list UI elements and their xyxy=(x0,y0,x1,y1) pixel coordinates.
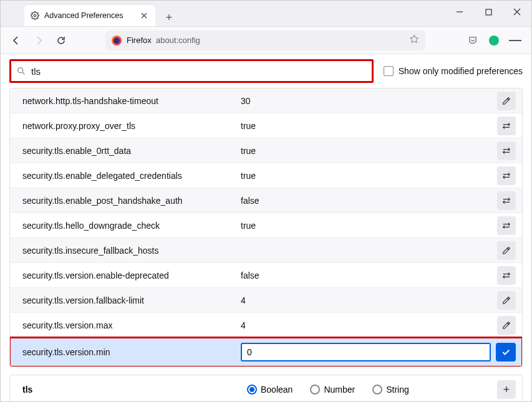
green-circle-icon xyxy=(489,36,499,45)
navigation-toolbar: Firefox about:config xyxy=(1,27,531,54)
pref-row: security.tls.version.min xyxy=(10,338,522,366)
new-preference-row: tls BooleanNumberString + xyxy=(9,375,523,401)
toggle-button[interactable] xyxy=(497,166,516,185)
pref-name: security.tls.enable_post_handshake_auth xyxy=(22,196,241,206)
pref-name: security.tls.enable_0rtt_data xyxy=(22,146,241,156)
pref-name: security.tls.version.fallback-limit xyxy=(22,295,241,305)
pref-row: network.proxy.proxy_over_tlstrue xyxy=(10,113,522,138)
tab-close-button[interactable] xyxy=(139,11,149,21)
maximize-button[interactable] xyxy=(478,3,499,21)
browser-tab[interactable]: Advanced Preferences xyxy=(24,5,155,26)
svg-rect-1 xyxy=(486,9,491,15)
pref-value: 4 xyxy=(241,320,486,330)
pref-value: 30 xyxy=(241,96,486,106)
content-scroll[interactable]: Show only modified preferences network.h… xyxy=(1,54,531,401)
pref-value: true xyxy=(241,171,486,181)
window-controls xyxy=(449,3,528,21)
search-box xyxy=(9,59,374,83)
preferences-table: network.http.tls-handshake-timeout30netw… xyxy=(9,88,523,367)
url-path: about:config xyxy=(156,36,200,45)
gear-icon xyxy=(31,11,39,20)
toggle-button[interactable] xyxy=(497,141,516,160)
pocket-icon xyxy=(468,36,478,45)
url-brand: Firefox xyxy=(127,36,152,45)
pref-value: true xyxy=(241,221,486,231)
close-window-button[interactable] xyxy=(506,3,528,21)
radio-label: String xyxy=(386,385,409,395)
add-preference-button[interactable]: + xyxy=(497,380,516,399)
checkbox-icon xyxy=(384,66,394,76)
firefox-logo-icon xyxy=(112,36,122,45)
show-modified-checkbox[interactable]: Show only modified preferences xyxy=(384,66,523,76)
edit-button[interactable] xyxy=(497,92,516,110)
arrow-left-icon xyxy=(11,36,21,45)
edit-button[interactable] xyxy=(497,316,516,335)
app-menu-button[interactable] xyxy=(509,34,521,47)
back-button[interactable] xyxy=(7,31,26,50)
type-radio-boolean[interactable]: Boolean xyxy=(247,385,293,395)
star-icon xyxy=(409,34,419,44)
radio-label: Number xyxy=(324,385,355,395)
edit-button[interactable] xyxy=(497,241,516,260)
type-radio-number[interactable]: Number xyxy=(310,385,355,395)
pref-row: security.tls.version.fallback-limit4 xyxy=(10,288,522,313)
pref-value: true xyxy=(241,121,486,131)
reload-button[interactable] xyxy=(52,31,70,50)
type-radio-string[interactable]: String xyxy=(372,385,409,395)
close-icon xyxy=(141,12,147,19)
search-icon xyxy=(16,66,26,76)
pref-row: security.tls.hello_downgrade_checktrue xyxy=(10,213,522,238)
extension-button[interactable] xyxy=(488,34,500,47)
radio-label: Boolean xyxy=(261,385,293,395)
pref-row: security.tls.enable_0rtt_datatrue xyxy=(10,138,522,163)
minimize-button[interactable] xyxy=(449,3,470,21)
pref-value: 4 xyxy=(241,295,486,305)
tab-title: Advanced Preferences xyxy=(44,11,139,20)
pref-name: security.tls.enable_delegated_credential… xyxy=(22,171,241,181)
new-pref-name: tls xyxy=(22,385,241,395)
pref-value: false xyxy=(241,196,486,206)
url-text: Firefox about:config xyxy=(127,36,200,45)
pref-row: security.tls.version.max4 xyxy=(10,313,522,338)
close-icon xyxy=(513,8,521,16)
pref-row: security.tls.enable_post_handshake_authf… xyxy=(10,188,522,213)
svg-point-2 xyxy=(18,68,23,73)
pref-row: security.tls.insecure_fallback_hosts xyxy=(10,238,522,263)
pref-value-input[interactable] xyxy=(241,343,491,361)
bookmark-star-button[interactable] xyxy=(409,34,419,46)
search-input[interactable] xyxy=(31,66,367,77)
toggle-button[interactable] xyxy=(497,216,516,235)
radio-icon xyxy=(247,385,257,395)
minimize-icon xyxy=(456,8,463,16)
pref-value: true xyxy=(241,146,486,156)
toggle-button[interactable] xyxy=(497,266,516,285)
radio-icon xyxy=(372,385,382,395)
title-bar: Advanced Preferences + xyxy=(1,1,531,27)
edit-button[interactable] xyxy=(497,291,516,310)
url-bar[interactable]: Firefox about:config xyxy=(105,31,425,50)
arrow-right-icon xyxy=(34,36,44,45)
pref-value: false xyxy=(241,270,486,280)
pref-name: network.proxy.proxy_over_tls xyxy=(22,121,241,131)
pref-row: security.tls.enable_delegated_credential… xyxy=(10,163,522,188)
forward-button[interactable] xyxy=(29,31,48,50)
toggle-button[interactable] xyxy=(497,117,516,135)
svg-point-0 xyxy=(34,14,36,17)
pocket-button[interactable] xyxy=(467,34,479,47)
maximize-icon xyxy=(485,9,492,16)
save-button[interactable] xyxy=(496,343,516,361)
hamburger-icon xyxy=(509,40,513,41)
pref-name: security.tls.version.min xyxy=(22,347,241,357)
radio-icon xyxy=(310,385,320,395)
pref-name: network.http.tls-handshake-timeout xyxy=(22,96,241,106)
reload-icon xyxy=(56,36,66,45)
pref-row: security.tls.version.enable-deprecatedfa… xyxy=(10,263,522,288)
show-modified-label: Show only modified preferences xyxy=(399,66,523,76)
type-radio-group: BooleanNumberString xyxy=(247,385,491,395)
pref-name: security.tls.insecure_fallback_hosts xyxy=(22,246,241,256)
pref-name: security.tls.version.max xyxy=(22,320,241,330)
pref-name: security.tls.hello_downgrade_check xyxy=(22,221,241,231)
toggle-button[interactable] xyxy=(497,191,516,210)
new-tab-button[interactable]: + xyxy=(160,9,178,26)
pref-name: security.tls.version.enable-deprecated xyxy=(22,270,241,280)
